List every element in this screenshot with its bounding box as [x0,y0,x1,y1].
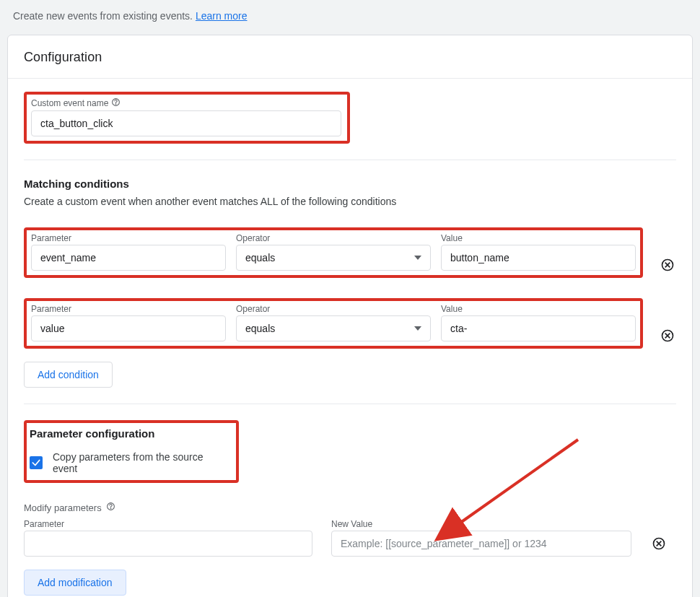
add-modification-button[interactable]: Add modification [24,570,126,596]
learn-more-link[interactable]: Learn more [196,10,248,22]
value-label: Value [441,304,463,314]
add-condition-button[interactable]: Add condition [24,362,113,388]
matching-conditions-heading: Matching conditions [24,178,676,190]
condition-value-input[interactable] [441,315,636,341]
intro-text: Create new events from existing events. [13,10,196,22]
modify-parameters-label: Modify parameters [24,502,102,513]
mod-parameter-input[interactable] [24,531,312,557]
parameter-configuration-heading: Parameter configuration [30,427,230,440]
mod-new-value-input[interactable] [331,531,631,557]
matching-conditions-sub: Create a custom event when another event… [24,196,676,207]
operator-label: Operator [236,304,270,314]
condition-operator-select[interactable]: equals [236,245,431,271]
custom-event-name-input[interactable] [31,110,341,136]
condition-operator-value: equals [245,252,275,263]
card-title: Configuration [8,35,692,79]
svg-point-1 [116,104,117,105]
value-label: Value [441,233,463,243]
parameter-label: Parameter [31,233,71,243]
svg-point-5 [110,508,111,509]
condition-parameter-input[interactable] [31,315,226,341]
condition-value-input[interactable] [441,245,636,271]
configuration-card: Configuration Custom event name Matching… [7,35,693,597]
copy-parameters-checkbox[interactable] [30,456,43,469]
condition-parameter-input[interactable] [31,245,226,271]
remove-condition-button[interactable] [659,256,676,274]
help-icon[interactable] [106,502,115,513]
parameter-label: Parameter [31,304,71,314]
copy-parameters-label: Copy parameters from the source event [53,451,230,474]
custom-event-name-label: Custom event name [31,98,108,108]
mod-new-value-label: New Value [331,519,372,529]
check-icon [31,458,41,468]
chevron-down-icon [414,256,421,260]
operator-label: Operator [236,233,270,243]
chevron-down-icon [414,326,421,331]
remove-modification-button[interactable] [650,535,668,552]
help-icon[interactable] [111,97,121,109]
condition-operator-select[interactable]: equals [236,315,431,341]
remove-condition-button[interactable] [659,327,676,344]
mod-parameter-label: Parameter [24,519,64,529]
condition-operator-value: equals [245,323,275,334]
svg-line-7 [455,440,578,526]
